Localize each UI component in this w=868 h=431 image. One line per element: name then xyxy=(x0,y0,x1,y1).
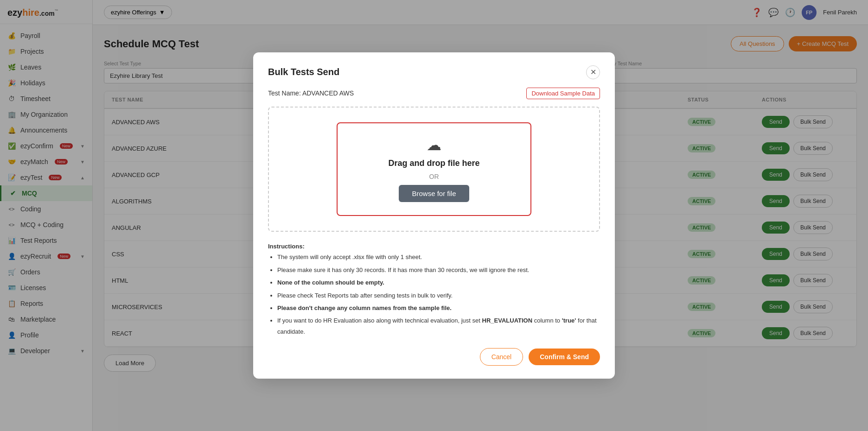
download-sample-data-link[interactable]: Download Sample Data xyxy=(526,88,600,99)
modal-header: Bulk Tests Send ✕ xyxy=(268,65,600,79)
modal-close-button[interactable]: ✕ xyxy=(586,65,600,79)
dropzone-outer: ☁ Drag and drop file here OR Browse for … xyxy=(268,107,600,232)
bulk-send-modal: Bulk Tests Send ✕ Test Name: ADVANCED AW… xyxy=(253,52,615,379)
drag-drop-text: Drag and drop file here xyxy=(388,158,479,168)
confirm-send-button[interactable]: Confirm & Send xyxy=(529,349,600,365)
instruction-item: Please make sure it has only 30 records.… xyxy=(277,265,600,275)
or-text: OR xyxy=(429,173,439,180)
modal-footer: Cancel Confirm & Send xyxy=(268,348,600,366)
browse-file-button[interactable]: Browse for file xyxy=(399,185,469,202)
dropzone-inner[interactable]: ☁ Drag and drop file here OR Browse for … xyxy=(337,122,531,216)
cancel-button[interactable]: Cancel xyxy=(480,348,523,366)
instruction-item: The system will only accept .xlsx file w… xyxy=(277,252,600,262)
modal-title: Bulk Tests Send xyxy=(268,67,339,77)
instruction-item: Please check Test Reports tab after send… xyxy=(277,290,600,301)
instruction-item: Please don't change any column names fro… xyxy=(277,303,600,313)
instructions-section: Instructions: The system will only accep… xyxy=(268,241,600,337)
instructions-title: Instructions: xyxy=(268,243,305,250)
modal-test-name-row: Test Name: ADVANCED AWS Download Sample … xyxy=(268,88,600,99)
upload-cloud-icon: ☁ xyxy=(427,136,441,154)
modal-test-name-label: Test Name: ADVANCED AWS xyxy=(268,89,354,97)
instruction-item: None of the column should be empty. xyxy=(277,277,600,288)
modal-overlay: Bulk Tests Send ✕ Test Name: ADVANCED AW… xyxy=(0,0,868,431)
instructions-list: The system will only accept .xlsx file w… xyxy=(268,252,600,337)
instruction-item: If you want to do HR Evaluation also alo… xyxy=(277,315,600,337)
